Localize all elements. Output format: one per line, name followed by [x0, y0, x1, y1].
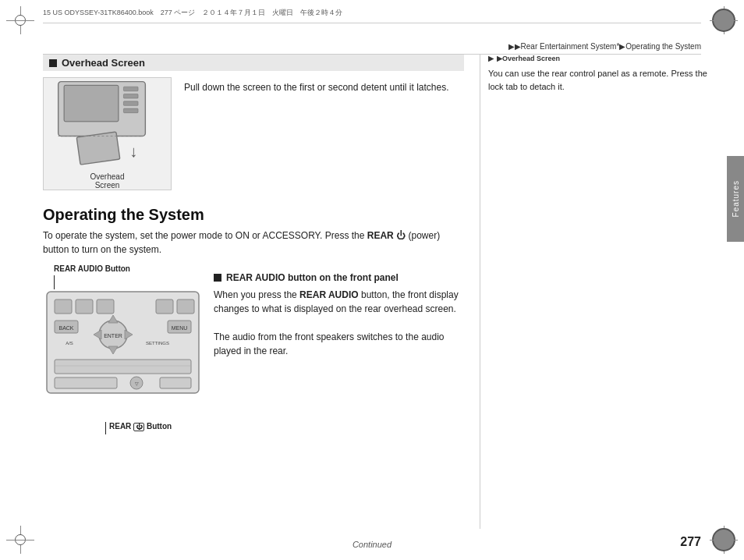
features-tab: Features [727, 156, 744, 242]
corner-decoration-bl [6, 526, 34, 554]
panel-drawing-wrapper: BACK ENTER MENU A/S [43, 288, 203, 434]
rear-audio-label-text: REAR AUDIO Button [54, 264, 130, 273]
panel-illustration-container: REAR AUDIO Button [43, 266, 203, 434]
rear-audio-para1: When you press the REAR AUDIO button, th… [214, 288, 464, 316]
svg-rect-6 [76, 132, 120, 165]
page-number: 277 [680, 535, 701, 549]
footer-bar: Continued [43, 540, 701, 549]
svg-text:↓: ↓ [129, 142, 137, 160]
right-arrow-icon: ▶ [488, 55, 494, 62]
svg-rect-29 [55, 377, 117, 388]
right-column: ▶ ▶Overhead Screen You can use the rear … [480, 55, 721, 529]
overhead-screen-svg: ↓ [47, 78, 168, 172]
operating-intro-normal: To operate the system, set the power mod… [43, 230, 367, 241]
right-section-label: ▶ ▶Overhead Screen [488, 55, 721, 62]
corner-decoration-tr [710, 6, 738, 34]
corner-decoration-tl [6, 6, 34, 34]
panel-svg: BACK ENTER MENU A/S [43, 288, 203, 416]
svg-text:A/S: A/S [66, 341, 73, 346]
operating-intro-text: To operate the system, set the power mod… [43, 229, 464, 257]
features-tab-label: Features [732, 180, 740, 217]
svg-rect-12 [97, 299, 114, 314]
overhead-screen-title: Overhead Screen [62, 57, 145, 69]
svg-text:BACK: BACK [58, 325, 73, 331]
overhead-screen-illustration: ↓ OverheadScreen [43, 77, 172, 190]
rear-audio-label: REAR AUDIO Button [54, 264, 130, 273]
rear-button-label: REAR ⏻ Button [109, 422, 172, 431]
rear-button-label-container: REAR ⏻ Button [43, 422, 203, 434]
svg-rect-1 [64, 85, 119, 122]
svg-rect-3 [123, 94, 138, 98]
svg-text:MENU: MENU [172, 325, 188, 331]
overhead-screen-heading: Overhead Screen [43, 55, 464, 71]
rear-audio-p1-normal: When you press the [214, 289, 299, 300]
operating-intro-icon: ⏻ [396, 230, 406, 241]
panel-area: REAR AUDIO Button [43, 266, 464, 434]
rear-audio-para2: The audio from the front speakers switch… [214, 330, 464, 358]
rear-audio-square-icon [214, 274, 221, 282]
svg-text:▽: ▽ [135, 381, 139, 386]
svg-rect-11 [76, 299, 93, 314]
left-column: Overhead Screen [43, 55, 480, 529]
svg-rect-2 [123, 87, 138, 91]
heading-square-icon [49, 59, 57, 67]
top-meta-line: 15 US ODYSSEY-31TK86400.book 277 ページ ２０１… [43, 8, 701, 23]
breadcrumb-text: ▶▶Rear Entertainment System*▶Operating t… [508, 42, 701, 51]
rear-audio-description: REAR AUDIO button on the front panel Whe… [214, 272, 464, 434]
continued-text: Continued [353, 540, 391, 549]
overhead-desc-text: Pull down the screen to the first or sec… [184, 82, 449, 93]
svg-text:SETTINGS: SETTINGS [146, 341, 169, 346]
breadcrumb: ▶▶Rear Entertainment System*▶Operating t… [43, 42, 701, 55]
overhead-screen-description: Pull down the screen to the first or sec… [184, 77, 464, 190]
rear-audio-text-block: When you press the REAR AUDIO button, th… [214, 288, 464, 358]
svg-text:ENTER: ENTER [104, 333, 122, 338]
rear-audio-p1-bold: REAR AUDIO [299, 289, 359, 300]
svg-rect-10 [55, 299, 72, 314]
operating-system-title: Operating the System [43, 206, 464, 224]
svg-rect-13 [156, 299, 173, 314]
main-content: Overhead Screen [43, 55, 721, 529]
operating-intro-rear: REAR [367, 230, 394, 241]
svg-rect-4 [123, 101, 138, 106]
illustration-label: OverheadScreen [90, 172, 125, 190]
corner-decoration-br [710, 526, 738, 554]
svg-rect-5 [123, 108, 138, 113]
svg-rect-32 [160, 377, 191, 388]
overhead-screen-section: ↓ OverheadScreen Pull down the screen to… [43, 77, 464, 190]
file-info-text: 15 US ODYSSEY-31TK86400.book 277 ページ ２０１… [43, 8, 342, 18]
rear-audio-section-heading: REAR AUDIO button on the front panel [214, 272, 464, 283]
right-section-label-text: ▶Overhead Screen [497, 55, 560, 62]
rear-audio-heading-text: REAR AUDIO button on the front panel [226, 272, 399, 283]
svg-rect-14 [177, 299, 194, 314]
annotation-line-bottom [105, 422, 106, 434]
right-section-content: You can use the rear control panel as a … [488, 67, 721, 93]
svg-rect-27 [55, 360, 191, 374]
